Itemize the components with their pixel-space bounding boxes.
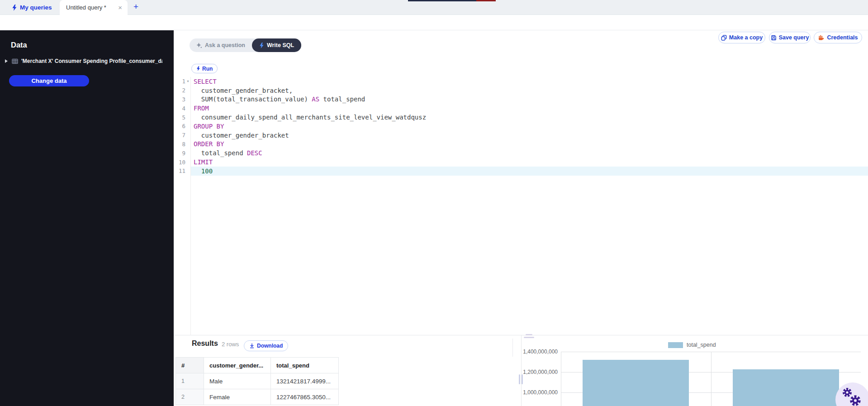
lightning-icon [196, 66, 200, 71]
line-number: 5 [174, 114, 185, 121]
download-button[interactable]: Download [244, 340, 288, 351]
make-a-copy-label: Make a copy [729, 34, 763, 41]
save-query-button[interactable]: Save query [769, 32, 811, 43]
code-text: ORDER BY [194, 140, 224, 148]
sparkle-icon [196, 43, 202, 48]
save-query-label: Save query [779, 34, 809, 41]
data-cell: Female [204, 389, 271, 405]
code-line-2[interactable]: 2 customer_gender_bracket, [174, 86, 868, 95]
results-table: #customer_gender...total_spend 1Male1321… [175, 357, 339, 405]
code-text: GROUP BY [194, 123, 224, 130]
close-icon[interactable]: × [117, 4, 123, 11]
code-text: consumer_daily_spend_all_merchants_site_… [194, 114, 426, 121]
tab-bar: My queries Untitled query * × + [0, 0, 868, 15]
legend-swatch [668, 342, 683, 348]
line-number: 10 [174, 159, 185, 166]
code-text: total_spend DESC [194, 149, 262, 157]
ask-a-question-label: Ask a question [205, 42, 245, 48]
line-number: 3 [174, 96, 185, 103]
run-button[interactable]: Run [191, 64, 218, 73]
row-number-cell: 2 [176, 389, 204, 405]
tab-untitled-query[interactable]: Untitled query * × [60, 0, 128, 15]
line-number: 6 [174, 123, 185, 129]
data-cell: 1321421817.4999... [271, 373, 339, 389]
download-icon [249, 343, 255, 349]
data-cell: Male [204, 373, 271, 389]
code-line-9[interactable]: 9 total_spend DESC [174, 148, 868, 158]
legend-label: total_spend [687, 342, 716, 348]
row-number-cell: 1 [176, 373, 204, 389]
y-axis-tick-label: 1,000,000,000 [521, 389, 558, 396]
change-data-button[interactable]: Change data [9, 75, 89, 86]
bar-chart-panel: total_spend 1,400,000,0001,200,000,0001,… [521, 335, 868, 406]
column-header-customer_gender[interactable]: customer_gender... [204, 358, 271, 373]
code-line-3[interactable]: 3 SUM(total_transaction_value) AS total_… [174, 95, 868, 104]
code-line-8[interactable]: 8ORDER BY [174, 140, 868, 149]
chevron-right-icon[interactable] [5, 59, 8, 63]
code-line-7[interactable]: 7 customer_gender_bracket [174, 131, 868, 140]
results-title: Results [192, 339, 218, 348]
sidebar-title: Data [11, 41, 27, 49]
code-line-4[interactable]: 4FROM [174, 104, 868, 113]
code-lines: 1▾SELECT2 customer_gender_bracket,3 SUM(… [174, 77, 868, 176]
code-text: LIMIT [194, 158, 213, 166]
bar-female [733, 369, 839, 406]
code-text: SELECT [194, 78, 217, 85]
chart-legend[interactable]: total_spend [668, 342, 716, 348]
write-sql-tab[interactable]: Write SQL [252, 38, 301, 52]
table-row: 1Male1321421817.4999... [176, 373, 339, 389]
vertical-gridline [711, 352, 711, 406]
top-red-marker [476, 0, 496, 1]
vertical-drag-handle[interactable] [519, 374, 520, 384]
credentials-icon [818, 34, 825, 41]
column-header-row-number[interactable]: # [176, 358, 204, 373]
make-a-copy-button[interactable]: Make a copy [718, 32, 765, 43]
code-line-10[interactable]: 10LIMIT [174, 158, 868, 167]
my-queries-link[interactable]: My queries [12, 0, 52, 15]
code-text: customer_gender_bracket, [194, 87, 293, 94]
my-queries-label: My queries [20, 4, 52, 11]
column-header-total_spend[interactable]: total_spend [271, 358, 339, 373]
results-row-count: 2 rows [222, 341, 239, 348]
lightning-icon [259, 43, 264, 48]
line-number: 7 [174, 132, 185, 139]
gear-icon [849, 394, 862, 406]
dataset-name-label: 'Merchant X' Consumer Spending Profile_c… [21, 58, 162, 64]
save-icon [771, 35, 777, 41]
new-tab-button[interactable]: + [133, 2, 138, 12]
active-line-highlight [191, 167, 868, 176]
query-header: Untitled query Rename Make a copy Save q… [0, 15, 868, 30]
app-window: My queries Untitled query * × + Untitled… [0, 0, 868, 406]
y-axis-tick-label: 1,200,000,000 [521, 369, 558, 375]
y-axis-line [561, 352, 561, 406]
code-text: SUM(total_transaction_value) AS total_sp… [194, 96, 365, 103]
run-label: Run [202, 66, 213, 72]
code-text: customer_gender_bracket [194, 132, 289, 139]
code-line-11[interactable]: 11 100 [174, 167, 868, 176]
code-line-1[interactable]: 1▾SELECT [174, 77, 868, 86]
tab-dirty-marker: * [104, 4, 106, 11]
lightning-icon [12, 5, 17, 11]
data-sidebar: Data 'Merchant X' Consumer Spending Prof… [0, 30, 174, 406]
ask-a-question-tab[interactable]: Ask a question [190, 38, 252, 52]
editor-mode-toggle: Ask a question Write SQL [190, 38, 301, 52]
results-table-body: 1Male1321421817.4999...2Female1227467865… [176, 373, 339, 405]
results-table-header: #customer_gender...total_spend [176, 358, 339, 373]
bar-male [583, 360, 689, 406]
credentials-button[interactable]: Credentials [814, 32, 862, 43]
copy-icon [721, 35, 727, 41]
line-number: 8 [174, 141, 185, 148]
fold-chevron-icon[interactable]: ▾ [185, 79, 190, 83]
top-navy-marker [408, 0, 476, 1]
y-axis-tick-label: 1,400,000,000 [521, 349, 558, 355]
code-line-6[interactable]: 6GROUP BY [174, 122, 868, 131]
data-cell: 1227467865.3050... [271, 389, 339, 405]
table-grid-icon [12, 58, 18, 64]
results-table-edge [512, 339, 513, 357]
download-label: Download [257, 343, 283, 349]
line-number: 2 [174, 87, 185, 94]
sql-code-editor[interactable]: 1▾SELECT2 customer_gender_bracket,3 SUM(… [174, 77, 868, 335]
table-row: 2Female1227467865.3050... [176, 389, 339, 405]
code-line-5[interactable]: 5 consumer_daily_spend_all_merchants_sit… [174, 113, 868, 122]
sidebar-item-dataset[interactable]: 'Merchant X' Consumer Spending Profile_c… [0, 54, 174, 68]
